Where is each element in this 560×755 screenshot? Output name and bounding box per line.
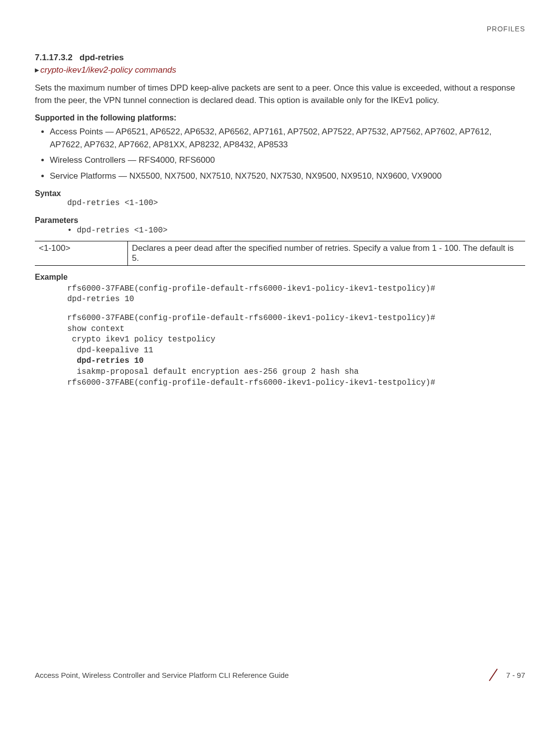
page-footer: Access Point, Wireless Controller and Se… [35, 668, 525, 682]
svg-line-0 [489, 669, 497, 681]
breadcrumb-arrow-icon: ▸ [35, 65, 39, 75]
example-block-c: isakmp-proposal default encryption aes-2… [67, 367, 525, 388]
footer-right-group: 7 - 97 [486, 668, 525, 682]
example-block-bold: dpd-retries 10 [67, 356, 525, 367]
page-container: PROFILES 7.1.17.3.2 dpd-retries ▸crypto-… [0, 0, 560, 697]
footer-title: Access Point, Wireless Controller and Se… [35, 671, 289, 679]
list-item: Access Points — AP6521, AP6522, AP6532, … [50, 125, 525, 151]
param-desc-cell: Declares a peer dead after the specified… [128, 241, 526, 265]
table-row: <1-100> Declares a peer dead after the s… [35, 241, 525, 265]
param-key-cell: <1-100> [35, 241, 128, 265]
example-block-b: rfs6000-37FABE(config-profile-default-rf… [67, 313, 525, 356]
breadcrumb-text: crypto-ikev1/ikev2-policy commands [40, 65, 176, 75]
syntax-label: Syntax [35, 189, 525, 198]
slash-icon [486, 668, 500, 682]
syntax-text: dpd-retries <1-100> [67, 198, 525, 209]
supported-platforms-label: Supported in the following platforms: [35, 113, 525, 122]
header-category: PROFILES [35, 25, 525, 33]
section-title: dpd-retries [80, 53, 124, 62]
list-item: Service Platforms — NX5500, NX7500, NX75… [50, 170, 525, 183]
breadcrumb: ▸crypto-ikev1/ikev2-policy commands [35, 65, 525, 75]
section-number: 7.1.17.3.2 [35, 53, 73, 62]
parameters-bullet: • dpd-retries <1-100> [67, 226, 525, 235]
parameter-table: <1-100> Declares a peer dead after the s… [35, 241, 525, 266]
page-number: 7 - 97 [506, 671, 525, 679]
section-heading: 7.1.17.3.2 dpd-retries [35, 53, 525, 63]
list-item: Wireless Controllers — RFS4000, RFS6000 [50, 154, 525, 167]
example-label: Example [35, 273, 525, 282]
parameters-label: Parameters [35, 216, 525, 225]
platforms-list: Access Points — AP6521, AP6522, AP6532, … [50, 125, 525, 182]
example-block-a: rfs6000-37FABE(config-profile-default-rf… [67, 284, 525, 305]
intro-paragraph: Sets the maximum number of times DPD kee… [35, 82, 525, 107]
